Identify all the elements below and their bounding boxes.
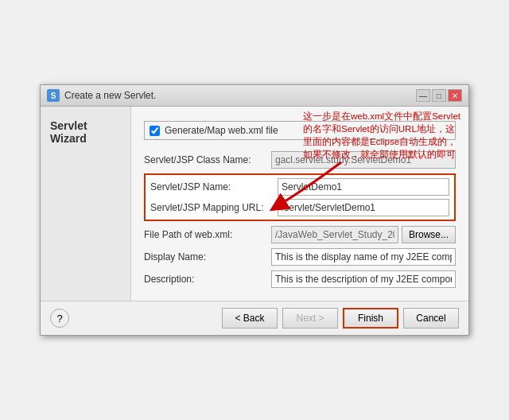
description-row: Description: <box>144 270 456 288</box>
maximize-button[interactable]: □ <box>432 89 446 102</box>
display-name-input[interactable] <box>271 248 456 266</box>
finish-button[interactable]: Finish <box>343 308 398 329</box>
title-bar-left: S Create a new Servlet. <box>47 89 156 102</box>
servlet-name-label: Servlet/JSP Name: <box>150 181 278 192</box>
description-label: Description: <box>144 274 271 285</box>
footer-buttons: < Back Next > Finish Cancel <box>222 308 459 329</box>
minimize-button[interactable]: — <box>416 89 430 102</box>
close-button[interactable]: ✕ <box>448 89 462 102</box>
dialog-window: S Create a new Servlet. — □ ✕ Servlet Wi… <box>40 84 469 336</box>
servlet-name-input[interactable] <box>278 178 449 196</box>
left-panel: Servlet Wizard <box>41 107 131 301</box>
form-section: Servlet/JSP Class Name: Servlet/JSP Name… <box>144 151 456 288</box>
dialog-title: Create a new Servlet. <box>64 90 156 101</box>
mapping-url-label: Servlet/JSP Mapping URL: <box>150 202 278 213</box>
file-path-row: File Path of web.xml: Browse... <box>144 226 456 243</box>
wizard-title: Servlet Wizard <box>50 119 121 145</box>
file-path-label: File Path of web.xml: <box>144 229 271 240</box>
display-name-label: Display Name: <box>144 251 271 262</box>
dialog-body: Servlet Wizard 这一步是在web.xml文件中配置Servlet的… <box>41 107 468 301</box>
checkbox-label: Generate/Map web.xml file <box>165 125 278 136</box>
right-panel: 这一步是在web.xml文件中配置Servlet的名字和Servlet的访问UR… <box>131 107 468 301</box>
title-controls: — □ ✕ <box>416 89 462 102</box>
highlighted-group: Servlet/JSP Name: Servlet/JSP Mapping UR… <box>144 173 456 221</box>
servlet-name-row: Servlet/JSP Name: <box>150 178 449 196</box>
display-name-row: Display Name: <box>144 248 456 266</box>
generate-map-checkbox[interactable] <box>150 126 160 136</box>
file-path-input[interactable] <box>271 226 398 243</box>
help-button[interactable]: ? <box>50 309 69 328</box>
back-button[interactable]: < Back <box>222 308 278 329</box>
title-bar: S Create a new Servlet. — □ ✕ <box>41 85 468 107</box>
class-name-label: Servlet/JSP Class Name: <box>144 154 271 165</box>
next-button[interactable]: Next > <box>282 308 338 329</box>
mapping-url-input[interactable] <box>278 199 449 216</box>
cancel-button[interactable]: Cancel <box>403 308 459 329</box>
browse-button[interactable]: Browse... <box>402 226 456 243</box>
description-input[interactable] <box>271 270 456 288</box>
mapping-url-row: Servlet/JSP Mapping URL: <box>150 199 449 216</box>
annotation-text: 这一步是在web.xml文件中配置Servlet的名字和Servlet的访问UR… <box>303 110 462 161</box>
dialog-footer: ? < Back Next > Finish Cancel <box>41 301 468 335</box>
servlet-icon: S <box>47 89 60 102</box>
